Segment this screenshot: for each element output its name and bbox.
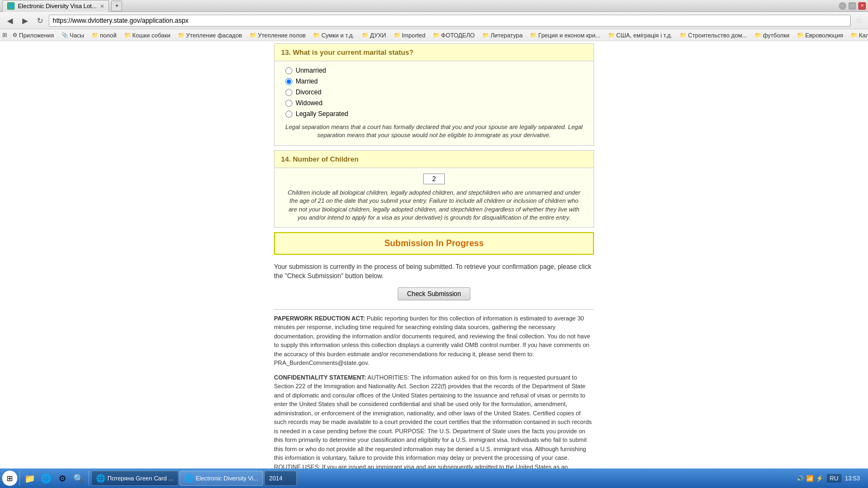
bookmark-calories[interactable]: 📁 Калорійность Курин...	[847, 31, 868, 40]
bookmark-icon: ⚙	[12, 32, 17, 38]
bookmark-facade[interactable]: 📁 Утепление фасадов	[175, 31, 245, 40]
back-button[interactable]: ◀	[3, 14, 16, 27]
bookmark-clock[interactable]: 📎 Часы	[58, 31, 87, 40]
bookmark-star-icon[interactable]: ☆	[853, 15, 865, 25]
divorced-radio[interactable]	[285, 89, 292, 96]
tray-icon-1: 🔊	[796, 475, 804, 482]
browser-content: 13. What is your current marital status?…	[0, 41, 868, 474]
tab-close-button[interactable]: ✕	[100, 3, 104, 9]
paperwork-body: Public reporting burden for this collect…	[274, 315, 590, 367]
bookmark-folder-icon: 📁	[124, 32, 131, 38]
taskbar-icon-browser[interactable]: 🌐	[39, 471, 54, 486]
widowed-radio[interactable]	[285, 100, 292, 107]
legally-separated-radio[interactable]	[285, 111, 292, 118]
browser-tab[interactable]: 🌐 Electronic Diversity Visa Lot... ✕	[2, 0, 109, 12]
bookmark-folder-icon: 📁	[92, 32, 98, 38]
bookmark-lit[interactable]: 📁 Литература	[479, 31, 526, 40]
bookmark-label: Imported	[402, 32, 425, 38]
bookmark-label: ДУХИ	[370, 32, 386, 38]
refresh-button[interactable]: ↻	[34, 14, 47, 27]
check-submission-button[interactable]: Check Submission	[398, 287, 470, 300]
bookmark-label: футболки	[763, 32, 789, 38]
apps-icon: ⊞	[2, 31, 7, 38]
system-tray: 🔊 📶 ⚡	[796, 475, 824, 482]
bookmark-folder-icon: 📁	[178, 32, 184, 38]
new-tab-button[interactable]: +	[111, 1, 122, 11]
unmarried-label: Unmarried	[296, 67, 326, 74]
children-count-area	[285, 174, 583, 184]
taskbar-task-greencard[interactable]: 🌐 Потеряна Green Card ...	[91, 471, 178, 486]
bookmark-folder-icon: 📁	[530, 32, 537, 38]
taskbar-icon-settings[interactable]: ⚙	[55, 471, 70, 486]
bookmark-folder-icon: 📁	[608, 32, 615, 38]
browser-toolbar: ◀ ▶ ↻ ☆	[0, 12, 868, 29]
taskbar-icon-files[interactable]: 📁	[22, 471, 37, 486]
taskbar-separator	[20, 471, 20, 486]
bookmark-apps[interactable]: ⚙ Приложения	[9, 31, 57, 40]
bookmark-polyi[interactable]: 📁 полой	[88, 31, 120, 40]
taskbar-task-diversity[interactable]: 🌐 Electronic Diversity Vi...	[180, 471, 263, 486]
section13-header: 13. What is your current marital status?	[274, 43, 594, 61]
paperwork-text: PAPERWORK REDUCTION ACT: Public reportin…	[274, 314, 594, 368]
bookmark-label: Часы	[69, 32, 84, 38]
taskbar-task-label-2014: 2014	[269, 475, 282, 481]
bookmark-folder-icon: 📁	[433, 32, 439, 38]
forward-button[interactable]: ▶	[18, 14, 31, 27]
bookmark-label: Утепление полов	[258, 32, 305, 38]
taskbar-right: 🔊 📶 ⚡ RU 13:53	[796, 474, 866, 483]
bookmark-insul[interactable]: 📁 Утепление полов	[246, 31, 309, 40]
confidentiality-text: CONFIDENTIALITY STATEMENT: AUTHORITIES: …	[274, 373, 594, 474]
legal-separation-note: Legal separation means that a court has …	[285, 123, 583, 140]
bookmark-imported[interactable]: 📁 Imported	[391, 31, 429, 40]
widowed-option[interactable]: Widowed	[285, 99, 583, 107]
minimize-button[interactable]: −	[839, 2, 846, 10]
language-indicator[interactable]: RU	[827, 474, 842, 483]
confidentiality-heading: CONFIDENTIALITY STATEMENT:	[274, 374, 366, 381]
section13-title: 13. What is your current marital status?	[281, 48, 587, 56]
bookmark-label: США, еміграція і т.д.	[616, 32, 672, 38]
bookmark-stroy[interactable]: 📁 Строительство дом...	[676, 31, 750, 40]
bookmark-folder-icon: 📁	[797, 32, 803, 38]
taskbar-icon-search[interactable]: 🔍	[71, 471, 86, 486]
bookmark-label: Кошки собаки	[132, 32, 170, 38]
bookmark-football[interactable]: 📁 футболки	[751, 31, 793, 40]
married-radio[interactable]	[285, 78, 292, 85]
bookmark-bags[interactable]: 📁 Сумки и т.д.	[310, 31, 357, 40]
submission-in-progress-box: Submission In Progress	[274, 232, 594, 255]
bookmark-usa[interactable]: 📁 США, еміграція і т.д.	[605, 31, 675, 40]
children-note: Children include all biological children…	[285, 189, 583, 222]
system-clock: 13:53	[845, 475, 860, 481]
bookmark-fotodelo[interactable]: 📁 ФОТОДЕЛО	[430, 31, 478, 40]
address-bar[interactable]	[49, 15, 851, 27]
bookmark-greece[interactable]: 📁 Греция и економ кри...	[527, 31, 603, 40]
bookmark-spirits[interactable]: 📁 ДУХИ	[359, 31, 390, 40]
bookmark-label: Литература	[490, 32, 522, 38]
close-button[interactable]: ✕	[858, 2, 866, 10]
submission-title: Submission In Progress	[280, 239, 588, 248]
bookmark-folder-icon: 📁	[755, 32, 761, 38]
unmarried-option[interactable]: Unmarried	[285, 67, 583, 74]
bookmark-label: Евроволюция	[805, 32, 843, 38]
bookmark-label: полой	[100, 32, 117, 38]
bookmark-dogs[interactable]: 📁 Кошки собаки	[121, 31, 174, 40]
bookmark-label: Калорійность Курин...	[859, 32, 868, 38]
bookmark-icon: 📎	[61, 32, 68, 38]
section14-header: 14. Number of Children	[274, 150, 594, 168]
bookmark-euro[interactable]: 📁 Евроволюция	[794, 31, 846, 40]
tray-icon-2: 📶	[806, 475, 814, 482]
taskbar: ⊞ 📁 🌐 ⚙ 🔍 🌐 Потеряна Green Card ... 🌐 El…	[0, 468, 868, 488]
legally-separated-option[interactable]: Legally Separated	[285, 110, 583, 118]
bookmark-label: Приложения	[19, 32, 54, 38]
children-count-input[interactable]	[423, 174, 445, 184]
confidentiality-body: AUTHORITIES: The information asked for o…	[274, 374, 593, 474]
unmarried-radio[interactable]	[285, 67, 292, 74]
maximize-button[interactable]: □	[848, 2, 856, 10]
start-button[interactable]: ⊞	[2, 471, 17, 486]
submission-desc-area: Your submission is currently in the proc…	[274, 259, 594, 287]
taskbar-task-2014[interactable]: 2014	[264, 471, 297, 486]
married-option[interactable]: Married	[285, 78, 583, 85]
submission-description: Your submission is currently in the proc…	[274, 262, 594, 281]
taskbar-separator2	[88, 471, 89, 486]
divorced-option[interactable]: Divorced	[285, 88, 583, 96]
widowed-label: Widowed	[296, 99, 322, 107]
